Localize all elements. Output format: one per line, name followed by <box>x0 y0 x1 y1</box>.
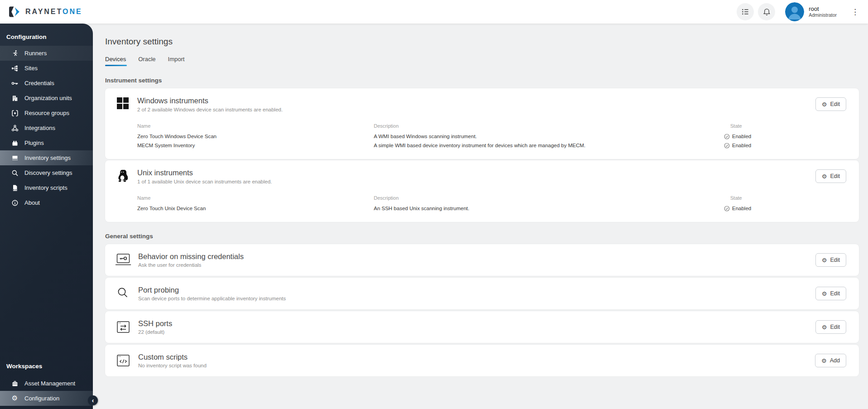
check-circle-icon <box>724 206 730 212</box>
chevron-left-icon: ‹ <box>92 397 94 404</box>
sidebar-item-asset-management[interactable]: Asset Management <box>0 376 93 391</box>
edit-port-probing-button[interactable]: ⚙ Edit <box>815 287 846 300</box>
tab-bar: Devices Oracle Import <box>105 56 859 66</box>
sidebar-item-organization-units[interactable]: Organization units <box>0 91 93 106</box>
instrument-settings-heading: Instrument settings <box>105 77 859 84</box>
sidebar: Configuration Runners Sites Credentials … <box>0 24 93 409</box>
workspaces-section-title: Workspaces <box>0 363 93 376</box>
card-title: SSH ports <box>138 319 172 328</box>
brick-icon <box>11 139 19 147</box>
sidebar-collapse-button[interactable]: ‹ <box>88 395 98 405</box>
unix-instruments-card: Unix instruments 1 of 1 available Unix d… <box>105 160 859 222</box>
user-avatar[interactable] <box>785 2 804 21</box>
button-label: Edit <box>830 173 840 179</box>
brand-logo[interactable]: RAYNETONE <box>8 6 82 18</box>
sidebar-item-label: Discovery settings <box>24 169 72 176</box>
instrument-name: MECM System Inventory <box>137 141 374 150</box>
state-label: Enabled <box>732 204 751 213</box>
user-info[interactable]: root Administrator <box>809 6 837 18</box>
brand-name: RAYNETONE <box>25 8 82 16</box>
sidebar-item-discovery-settings[interactable]: Discovery settings <box>0 165 93 180</box>
button-label: Edit <box>830 290 840 297</box>
instruments-table: Name Description State Zero Touch Unix D… <box>137 193 846 213</box>
inventory-box-icon <box>11 154 19 162</box>
column-header-description: Description <box>374 193 724 204</box>
sidebar-item-runners[interactable]: Runners <box>0 46 93 61</box>
sidebar-item-resource-groups[interactable]: Resource groups <box>0 106 93 120</box>
sidebar-item-label: Sites <box>24 65 38 72</box>
sidebar-item-inventory-settings[interactable]: Inventory settings <box>0 150 93 165</box>
key-icon <box>11 79 19 87</box>
topbar: RAYNETONE <box>0 0 868 24</box>
windows-instruments-card: Windows instruments 2 of 2 available Win… <box>105 88 859 159</box>
edit-missing-credentials-button[interactable]: ⚙ Edit <box>815 253 846 267</box>
page-title: Inventory settings <box>105 37 859 47</box>
instrument-state: Enabled <box>724 141 846 150</box>
sidebar-item-inventory-scripts[interactable]: Inventory scripts <box>0 180 93 195</box>
column-header-description: Description <box>374 121 724 132</box>
state-label: Enabled <box>732 132 751 141</box>
magnifier-icon <box>115 287 132 300</box>
check-circle-icon <box>724 143 730 149</box>
tab-devices[interactable]: Devices <box>105 56 126 66</box>
tab-import[interactable]: Import <box>168 56 185 66</box>
instrument-name: Zero Touch Windows Device Scan <box>137 132 374 141</box>
sidebar-item-about[interactable]: About <box>0 195 93 210</box>
card-subtitle: Ask the user for credentials <box>138 262 244 268</box>
user-role: Administrator <box>809 12 837 18</box>
edit-unix-instruments-button[interactable]: ⚙ Edit <box>815 169 846 183</box>
card-subtitle: Scan device ports to determine applicabl… <box>138 296 286 301</box>
tab-oracle[interactable]: Oracle <box>138 56 155 66</box>
instrument-description: A simple WMI based device inventory inst… <box>374 141 724 150</box>
button-label: Edit <box>830 101 840 107</box>
sidebar-item-label: Plugins <box>24 140 44 146</box>
gear-icon: ⚙ <box>822 173 827 179</box>
notifications-button[interactable] <box>758 3 775 20</box>
script-file-icon <box>11 184 19 192</box>
more-options-button[interactable]: ⋮ <box>851 8 859 16</box>
sidebar-item-label: About <box>24 199 40 206</box>
sidebar-item-credentials[interactable]: Credentials <box>0 76 93 91</box>
windows-logo-icon <box>117 96 130 111</box>
sidebar-item-label: Asset Management <box>24 380 75 387</box>
column-header-state: State <box>724 121 846 132</box>
instrument-name: Zero Touch Unix Device Scan <box>137 204 374 213</box>
runner-icon <box>11 49 19 57</box>
port-probing-card: Port probing Scan device ports to determ… <box>105 278 859 309</box>
building-icon <box>11 94 19 102</box>
sites-tree-icon <box>11 64 19 72</box>
code-window-icon <box>115 354 132 367</box>
ssh-ports-card: SSH ports 22 (default) ⚙ Edit <box>105 311 859 343</box>
gear-icon: ⚙ <box>822 101 827 107</box>
sidebar-item-label: Inventory scripts <box>24 184 68 191</box>
instrument-description: A WMI based Windows scanning instrument. <box>374 132 724 141</box>
column-header-name: Name <box>137 121 374 132</box>
gear-icon: ⚙ <box>822 257 827 263</box>
info-icon <box>11 199 19 207</box>
sidebar-item-sites[interactable]: Sites <box>0 61 93 76</box>
edit-windows-instruments-button[interactable]: ⚙ Edit <box>815 97 846 111</box>
sidebar-item-integrations[interactable]: Integrations <box>0 120 93 135</box>
missing-credentials-card: Behavior on missing credentials Ask the … <box>105 244 859 276</box>
card-title: Custom scripts <box>138 353 207 361</box>
gear-icon: ⚙ <box>822 291 827 297</box>
sidebar-item-plugins[interactable]: Plugins <box>0 135 93 150</box>
instruments-table: Name Description State Zero Touch Window… <box>137 121 846 150</box>
gear-icon: ⚙ <box>11 395 19 402</box>
gear-icon: ⚙ <box>822 324 827 330</box>
laptop-key-icon <box>115 253 132 267</box>
column-header-state: State <box>724 193 846 204</box>
briefcase-icon <box>11 380 19 387</box>
instrument-description: An SSH based Unix scanning instrument. <box>374 204 724 213</box>
task-list-button[interactable] <box>737 3 754 20</box>
sidebar-item-label: Configuration <box>24 395 59 402</box>
column-header-name: Name <box>137 193 374 204</box>
general-settings-heading: General settings <box>105 233 859 240</box>
sidebar-item-configuration[interactable]: ⚙ Configuration <box>0 391 93 406</box>
add-custom-script-button[interactable]: ⚙ Add <box>815 354 846 367</box>
instrument-state: Enabled <box>724 204 846 213</box>
bell-icon <box>762 8 771 16</box>
edit-ssh-ports-button[interactable]: ⚙ Edit <box>815 320 846 334</box>
linux-tux-icon <box>117 168 130 184</box>
card-title: Unix instruments <box>137 168 272 177</box>
